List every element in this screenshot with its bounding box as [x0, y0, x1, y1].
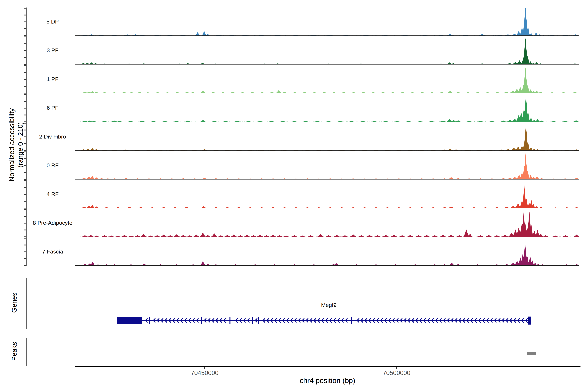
gene-model-megf9	[117, 316, 531, 324]
x-axis-tick-label: 70450000	[191, 370, 218, 376]
track-0-rf: 0 RF	[46, 153, 579, 179]
gene-exon-tick	[230, 317, 230, 324]
coverage-area	[75, 68, 579, 93]
coverage-area	[75, 245, 579, 266]
track-label: 5 DP	[46, 18, 59, 25]
gene-exon-tick	[258, 317, 259, 324]
track-label: 2 Div Fibro	[39, 134, 66, 140]
coverage-area	[75, 153, 579, 179]
gene-exon-tick	[201, 317, 202, 324]
track-label: 0 RF	[46, 162, 59, 168]
track-8-pre-adipocyte: 8 Pre-Adipocyte	[33, 212, 579, 237]
x-axis-tick-label: 70500000	[383, 370, 410, 376]
coverage-area	[75, 124, 579, 150]
track-6-pf: 6 PF	[47, 94, 579, 122]
track-5-dp: 5 DP	[46, 8, 579, 36]
track-label: 1 PF	[47, 76, 58, 82]
track-3-pf: 3 PF	[47, 38, 579, 64]
tracks-canvas: 5 DP3 PF1 PF6 PF2 Div Fibro0 RF4 RF8 Pre…	[0, 0, 588, 392]
genomic-x-axis	[75, 366, 580, 369]
y-axis-label-line2: (range 0 - 210)	[16, 39, 25, 251]
y-axis-label-line1: Normalized accessibility	[7, 39, 16, 251]
coverage-area	[75, 212, 579, 237]
gene-name-label: Megf9	[321, 302, 337, 308]
coverage-plot-figure: 5 DP3 PF1 PF6 PF2 Div Fibro0 RF4 RF8 Pre…	[0, 0, 588, 392]
track-label: 7 Fascia	[42, 248, 63, 255]
gene-exon-tick	[252, 317, 253, 324]
coverage-area	[75, 185, 579, 208]
gene-exon-tick	[351, 317, 352, 324]
called-peak-box	[527, 352, 536, 355]
gene-terminal-exon-box	[528, 316, 531, 324]
coverage-area	[75, 8, 579, 36]
peaks-section-label: Peaks	[10, 327, 19, 376]
coverage-area	[75, 38, 579, 64]
track-2-div-fibro: 2 Div Fibro	[39, 124, 579, 150]
track-7-fascia: 7 Fascia	[42, 245, 579, 266]
track-label: 4 RF	[46, 191, 59, 197]
track-label: 8 Pre-Adipocyte	[33, 220, 72, 226]
track-1-pf: 1 PF	[47, 68, 579, 93]
gene-utr-exon-box	[117, 317, 142, 324]
coverage-area	[75, 94, 579, 122]
track-4-rf: 4 RF	[46, 185, 579, 208]
track-label: 6 PF	[47, 105, 58, 111]
genes-section-label: Genes	[10, 278, 19, 327]
track-label: 3 PF	[47, 47, 58, 54]
x-axis-title: chr4 position (bp)	[300, 376, 355, 385]
gene-exon-tick	[149, 317, 150, 324]
y-axis-label: Normalized accessibility (range 0 - 210)	[7, 39, 25, 251]
